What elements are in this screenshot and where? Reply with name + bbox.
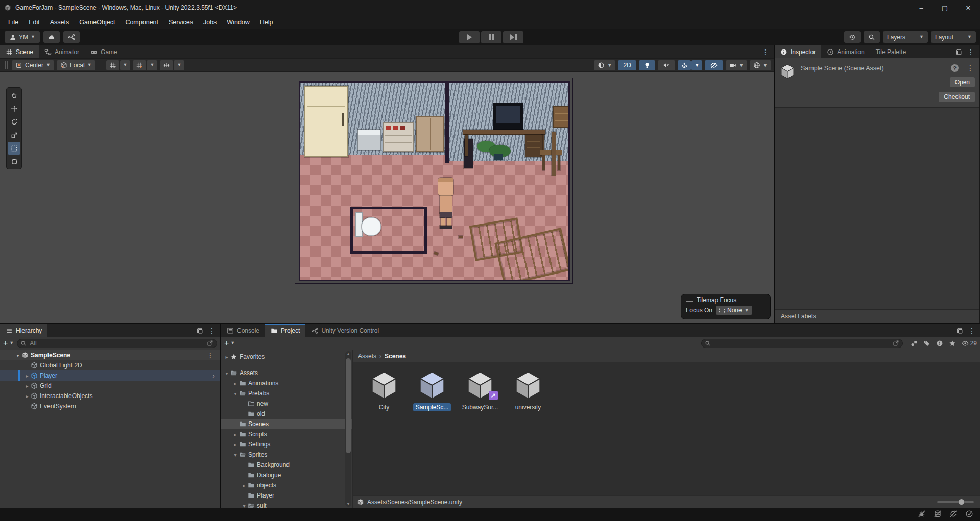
overlay-drag-handle-icon[interactable]: [686, 299, 693, 302]
gizmos-dropdown[interactable]: ▼: [750, 60, 771, 70]
scroll-up-icon[interactable]: ▲: [345, 352, 351, 356]
project-folder-favorites[interactable]: ▸Favorites: [221, 352, 352, 362]
dock-icon[interactable]: [955, 48, 962, 56]
tab-unity-version-control[interactable]: Unity Version Control: [305, 324, 385, 337]
tab-console[interactable]: Console: [221, 324, 265, 337]
hierarchy-search-input[interactable]: [29, 339, 205, 348]
inspector-menu-icon[interactable]: ⋮: [967, 48, 974, 56]
hierarchy-item-player[interactable]: ▸Player›: [0, 370, 220, 381]
debugger-off-icon[interactable]: [918, 510, 926, 519]
move-tool[interactable]: [8, 102, 20, 115]
scene-audio-toggle[interactable]: [658, 60, 675, 70]
project-folder-animations[interactable]: ▸Animations: [221, 378, 352, 388]
menu-component[interactable]: Component: [120, 16, 163, 29]
project-folder-prefabs[interactable]: ▾Prefabs: [221, 388, 352, 399]
ok-check-icon[interactable]: [965, 510, 973, 519]
grid-snapping-button[interactable]: [133, 60, 146, 70]
scene-effects-dropdown[interactable]: ▼: [691, 60, 702, 70]
tab-tile-palette[interactable]: Tile Palette: [870, 45, 912, 58]
picker-icon[interactable]: [893, 340, 899, 346]
menu-edit[interactable]: Edit: [23, 16, 45, 29]
scrollbar-thumb[interactable]: [346, 358, 351, 453]
account-button[interactable]: YM ▼: [5, 31, 40, 43]
project-search-field[interactable]: [701, 339, 903, 348]
cloud-services-button[interactable]: [43, 31, 60, 43]
chevron-collapsed-icon[interactable]: ▸: [23, 393, 31, 399]
asset-context-menu-icon[interactable]: ⋮: [967, 64, 974, 71]
tab-hierarchy[interactable]: Hierarchy: [0, 324, 47, 337]
asset-university[interactable]: university: [508, 369, 548, 411]
hierarchy-item-eventsystem[interactable]: EventSystem: [0, 401, 220, 411]
grid-visibility-dropdown[interactable]: ▼: [120, 60, 131, 70]
project-folder-new[interactable]: new: [221, 399, 352, 409]
menu-file[interactable]: File: [3, 16, 23, 29]
chevron-collapsed-icon[interactable]: ▸: [23, 373, 31, 379]
search-by-type-icon[interactable]: [911, 340, 918, 347]
chevron-expanded-icon[interactable]: ▾: [223, 370, 230, 376]
picker-icon[interactable]: [207, 340, 213, 346]
add-gameobject-button[interactable]: + ▼: [3, 339, 14, 348]
menu-gameobject[interactable]: GameObject: [74, 16, 120, 29]
dock-icon[interactable]: [196, 327, 203, 334]
play-button[interactable]: [459, 31, 480, 43]
help-icon[interactable]: ?: [951, 64, 959, 72]
project-folder-scenes[interactable]: Scenes: [221, 419, 352, 429]
checkout-button[interactable]: Checkout: [939, 92, 975, 102]
maximize-button[interactable]: ▢: [933, 0, 957, 15]
project-folder-background[interactable]: Background: [221, 460, 352, 470]
chevron-expanded-icon[interactable]: ▾: [241, 503, 248, 508]
chevron-collapsed-icon[interactable]: ▸: [241, 483, 248, 488]
scene-effects-toggle[interactable]: [678, 60, 691, 70]
shading-mode-dropdown[interactable]: ▼: [594, 60, 615, 70]
scene-context-menu-icon[interactable]: ⋮: [207, 352, 214, 359]
breadcrumb-root[interactable]: Assets: [358, 353, 376, 360]
project-folder-dialogue[interactable]: Dialogue: [221, 470, 352, 480]
slider-thumb[interactable]: [959, 499, 964, 505]
hierarchy-item-global-light-2d[interactable]: Global Light 2D: [0, 360, 220, 370]
transform-tool[interactable]: [8, 155, 20, 168]
scene-viewport[interactable]: Tilemap Focus Focus On None ▼: [0, 72, 774, 323]
asset-labels-footer[interactable]: Asset Labels: [775, 309, 979, 323]
chevron-collapsed-icon[interactable]: ▸: [223, 354, 230, 360]
hand-tool[interactable]: [8, 89, 20, 102]
version-control-button[interactable]: [63, 31, 80, 43]
project-search-input[interactable]: [713, 339, 891, 348]
hierarchy-menu-icon[interactable]: ⋮: [208, 327, 216, 334]
layers-dropdown[interactable]: Layers ▼: [883, 31, 928, 43]
close-button[interactable]: ✕: [957, 0, 980, 15]
alert-icon[interactable]: [936, 340, 943, 347]
snap-increment-dropdown[interactable]: ▼: [174, 60, 184, 70]
project-folder-settings[interactable]: ▸Settings: [221, 439, 352, 450]
tab-animator[interactable]: Animator: [39, 45, 85, 58]
cache-server-off-icon[interactable]: [934, 510, 942, 519]
toolbar-drag-handle[interactable]: [100, 61, 102, 69]
grid-visibility-button[interactable]: [106, 60, 119, 70]
scroll-down-icon[interactable]: ▼: [345, 502, 351, 506]
tab-scene[interactable]: Scene: [0, 45, 39, 58]
project-folder-scripts[interactable]: ▸Scripts: [221, 429, 352, 439]
scrollbar-vertical[interactable]: ▲▼: [345, 351, 351, 507]
project-folder-suit[interactable]: ▾suit: [221, 501, 352, 508]
scene-visibility-toggle[interactable]: [705, 60, 723, 70]
step-button[interactable]: [503, 31, 523, 43]
tab-inspector[interactable]: Inspector: [775, 45, 821, 58]
chevron-collapsed-icon[interactable]: ▸: [232, 381, 239, 386]
rect-tool[interactable]: [8, 142, 20, 155]
menu-window[interactable]: Window: [222, 16, 254, 29]
project-folder-sprites[interactable]: ▾Sprites: [221, 450, 352, 460]
menu-jobs[interactable]: Jobs: [198, 16, 222, 29]
project-menu-icon[interactable]: ⋮: [968, 327, 975, 334]
open-button[interactable]: Open: [950, 77, 975, 87]
scene-lighting-toggle[interactable]: [639, 60, 655, 70]
grid-snapping-dropdown[interactable]: ▼: [147, 60, 157, 70]
hidden-packages-toggle[interactable]: 29: [962, 340, 977, 347]
hierarchy-item-grid[interactable]: ▸Grid: [0, 381, 220, 391]
auto-refresh-off-icon[interactable]: [949, 510, 958, 519]
hierarchy-search-field[interactable]: [17, 339, 217, 348]
snap-increment-button[interactable]: [160, 60, 173, 70]
layout-dropdown[interactable]: Layout ▼: [931, 31, 976, 43]
focus-on-dropdown[interactable]: None ▼: [716, 306, 752, 315]
project-folder-assets[interactable]: ▾Assets: [221, 368, 352, 378]
tab-project[interactable]: Project: [265, 324, 305, 337]
asset-samplesc[interactable]: SampleSc...: [412, 369, 452, 411]
